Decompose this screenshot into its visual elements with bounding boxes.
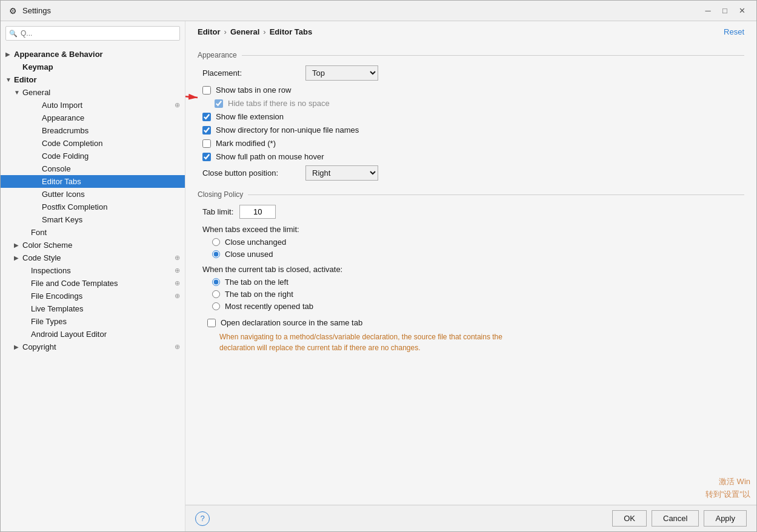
sidebar-item-console[interactable]: Console (1, 162, 185, 175)
sidebar-item-label: Copyright (22, 342, 56, 351)
sidebar-item-label: Editor (14, 75, 37, 84)
main-content: Appearance Placement: Top Bottom Left Ri… (185, 41, 756, 505)
when-tabs-exceed-label: When tabs exceed the limit: (202, 225, 744, 234)
minimize-button[interactable]: ─ (701, 4, 715, 18)
sidebar-item-gutter-icons[interactable]: Gutter Icons (1, 188, 185, 201)
show-full-path-label[interactable]: Show full path on mouse hover (216, 152, 324, 161)
breadcrumb-editor: Editor (198, 27, 221, 36)
search-icon: 🔍 (9, 30, 18, 38)
hide-tabs-if-no-space-checkbox[interactable] (215, 99, 223, 108)
sidebar-item-label: Gutter Icons (33, 190, 85, 199)
sidebar-item-label: Keymap (14, 62, 53, 71)
sidebar-item-postfix-completion[interactable]: Postfix Completion (1, 201, 185, 213)
sidebar-item-label: Android Layout Editor (22, 330, 107, 339)
sidebar-item-font[interactable]: Font (1, 226, 185, 239)
show-directory-checkbox[interactable] (202, 126, 211, 135)
sidebar-item-label: Console (33, 164, 71, 173)
window-controls: ─ □ ✕ (701, 4, 749, 18)
show-directory-row: Show directory for non-unique file names (198, 125, 744, 135)
placement-select[interactable]: Top Bottom Left Right None (305, 65, 378, 81)
sidebar-item-android-layout-editor[interactable]: Android Layout Editor (1, 328, 185, 341)
sidebar-item-color-scheme[interactable]: ▶ Color Scheme (1, 239, 185, 251)
close-unchanged-radio[interactable] (212, 238, 220, 246)
copy-icon: ⊕ (175, 101, 180, 109)
title-bar: ⚙ Settings ─ □ ✕ (1, 1, 756, 21)
help-button[interactable]: ? (195, 511, 210, 526)
maximize-button[interactable]: □ (718, 4, 732, 18)
tab-limit-input[interactable] (239, 205, 276, 219)
sidebar-item-label: Color Scheme (22, 241, 72, 250)
tree-arrow: ▼ (5, 76, 14, 83)
sidebar-item-editor[interactable]: ▼ Editor (1, 73, 185, 86)
show-file-extension-label[interactable]: Show file extension (216, 112, 284, 121)
tab-on-right-label[interactable]: The tab on the right (225, 290, 293, 299)
tab-on-right-row: The tab on the right (202, 290, 744, 299)
mark-modified-label[interactable]: Mark modified (*) (216, 139, 276, 148)
closing-policy-title: Closing Policy (198, 190, 744, 199)
sidebar-item-inspections[interactable]: Inspections ⊕ (1, 264, 185, 277)
most-recently-opened-radio[interactable] (212, 302, 220, 310)
sidebar-item-file-encodings[interactable]: File Encodings ⊕ (1, 290, 185, 302)
open-declaration-row: Open declaration source in the same tab (202, 318, 744, 327)
close-unused-radio[interactable] (212, 250, 220, 258)
show-tabs-in-one-row-checkbox[interactable] (202, 86, 211, 95)
sidebar-item-code-style[interactable]: ▶ Code Style ⊕ (1, 251, 185, 264)
open-declaration-checkbox[interactable] (207, 319, 216, 327)
cancel-button[interactable]: Cancel (652, 510, 699, 527)
show-tabs-in-one-row-row: Show tabs in one row (198, 85, 744, 95)
show-file-extension-row: Show file extension (198, 112, 744, 121)
watermark: 激活 Win转到"设置"以 (705, 476, 750, 501)
tab-limit-label: Tab limit: (202, 207, 233, 216)
close-unchanged-label[interactable]: Close unchanged (225, 238, 286, 247)
tab-on-left-radio[interactable] (212, 278, 220, 286)
sidebar-item-appearance-behavior[interactable]: ▶ Appearance & Behavior (1, 48, 185, 61)
sidebar-item-label: Editor Tabs (33, 177, 81, 186)
show-file-extension-checkbox[interactable] (202, 113, 211, 121)
svg-line-1 (185, 90, 198, 98)
most-recently-opened-label[interactable]: Most recently opened tab (225, 302, 313, 311)
sidebar-item-label: General (22, 88, 50, 97)
sidebar-item-live-templates[interactable]: Live Templates (1, 302, 185, 315)
sidebar-item-label: File Encodings (22, 291, 82, 301)
sidebar-item-keymap[interactable]: Keymap (1, 61, 185, 73)
sidebar-item-code-completion[interactable]: Code Completion (1, 137, 185, 150)
tab-on-left-label[interactable]: The tab on the left (225, 278, 288, 287)
sidebar-item-appearance[interactable]: Appearance (1, 111, 185, 124)
show-tabs-in-one-row-label[interactable]: Show tabs in one row (216, 85, 291, 95)
sidebar-item-label: Smart Keys (33, 215, 82, 224)
copy-icon: ⊕ (175, 292, 180, 300)
window-title: Settings (22, 6, 51, 15)
open-declaration-label[interactable]: Open declaration source in the same tab (221, 318, 362, 327)
sidebar-item-label: Auto Import (33, 101, 82, 110)
ok-button[interactable]: OK (612, 510, 647, 527)
sidebar-item-smart-keys[interactable]: Smart Keys (1, 213, 185, 226)
closing-policy-section: Closing Policy Tab limit: When tabs exce… (198, 190, 744, 353)
sidebar-item-label: Breadcrumbs (33, 126, 88, 135)
sidebar-item-file-types[interactable]: File Types (1, 315, 185, 328)
reset-button[interactable]: Reset (724, 27, 744, 36)
appearance-section-title: Appearance (198, 51, 744, 59)
show-directory-label[interactable]: Show directory for non-unique file names (216, 125, 359, 135)
close-button[interactable]: ✕ (735, 4, 749, 18)
sidebar-item-code-folding[interactable]: Code Folding (1, 150, 185, 162)
mark-modified-checkbox[interactable] (202, 139, 211, 148)
sidebar-item-general[interactable]: ▼ General (1, 86, 185, 99)
hide-tabs-if-no-space-label[interactable]: Hide tabs if there is no space (228, 99, 330, 108)
close-button-position-select[interactable]: Right Left Hidden (305, 165, 378, 181)
sidebar-item-auto-import[interactable]: Auto Import ⊕ (1, 99, 185, 111)
placement-label: Placement: (202, 68, 299, 78)
sidebar-item-file-and-code-templates[interactable]: File and Code Templates ⊕ (1, 277, 185, 290)
sidebar-item-copyright[interactable]: ▶ Copyright ⊕ (1, 341, 185, 353)
search-input[interactable] (5, 26, 180, 41)
sidebar-item-breadcrumbs[interactable]: Breadcrumbs (1, 124, 185, 137)
sidebar-item-label: Code Folding (33, 151, 88, 161)
apply-button[interactable]: Apply (704, 510, 747, 527)
appearance-section: Appearance Placement: Top Bottom Left Ri… (198, 51, 744, 181)
breadcrumb-sep2: › (263, 27, 265, 36)
tab-on-right-radio[interactable] (212, 290, 220, 298)
close-unused-row: Close unused (202, 250, 744, 259)
close-unused-label[interactable]: Close unused (225, 250, 273, 259)
sidebar-item-editor-tabs[interactable]: Editor Tabs (1, 175, 185, 188)
tree-arrow: ▼ (14, 89, 22, 96)
show-full-path-checkbox[interactable] (202, 153, 211, 161)
